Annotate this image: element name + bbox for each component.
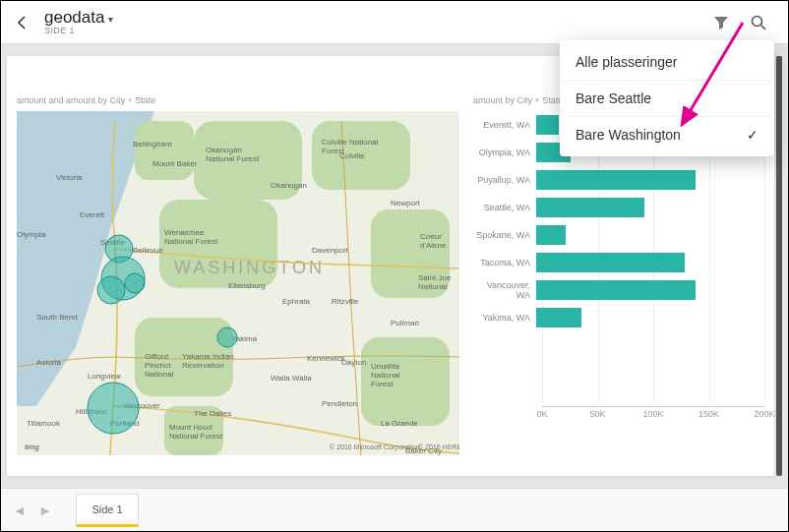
- search-icon: [750, 14, 767, 31]
- bar[interactable]: [536, 280, 696, 300]
- dropdown-item-label: Bare Washington: [576, 127, 681, 143]
- svg-text:Umatilla: Umatilla: [371, 362, 399, 371]
- svg-text:Tillamook: Tillamook: [27, 419, 61, 428]
- map-svg: WASHINGTON Bellingham Victoria Mount Bak…: [17, 111, 459, 455]
- map-visual[interactable]: WASHINGTON Bellingham Victoria Mount Bak…: [17, 111, 459, 455]
- svg-text:Okanogan: Okanogan: [206, 146, 242, 154]
- svg-point-65: [217, 327, 237, 347]
- bar[interactable]: [536, 308, 581, 327]
- svg-text:Bellevue: Bellevue: [133, 246, 163, 255]
- x-axis: 0K50K100K150K200K: [542, 406, 764, 424]
- page-navigation-bar: ◄ ► Side 1: [1, 488, 788, 531]
- svg-text:South Bend: South Bend: [36, 313, 78, 322]
- bar-row: Seattle, WA: [473, 194, 764, 221]
- svg-text:d'Alene: d'Alene: [420, 241, 447, 250]
- svg-text:Mount Baker: Mount Baker: [152, 159, 198, 168]
- bar[interactable]: [536, 253, 685, 272]
- svg-text:Pinchot: Pinchot: [145, 361, 171, 370]
- back-button[interactable]: [7, 7, 38, 38]
- svg-text:Forest: Forest: [322, 147, 344, 155]
- dropdown-item-seattle[interactable]: Bare Seattle: [560, 81, 774, 117]
- bar[interactable]: [536, 170, 696, 190]
- x-axis-tick: 200K: [754, 409, 774, 419]
- bar-chart-title: amount by City + State: [473, 95, 563, 105]
- bar-label: Everett, WA: [473, 120, 536, 130]
- svg-text:Victoria: Victoria: [56, 173, 83, 182]
- svg-text:Ritzville: Ritzville: [332, 297, 359, 306]
- bar-row: Vancouver, WA: [473, 276, 764, 304]
- dropdown-item-all[interactable]: Alle plasseringer: [560, 44, 774, 81]
- svg-text:Pendleton: Pendleton: [322, 399, 357, 408]
- svg-text:Gifford: Gifford: [145, 352, 168, 361]
- svg-text:Yakama Indian: Yakama Indian: [182, 352, 234, 361]
- svg-text:National: National: [418, 282, 448, 291]
- next-page-button[interactable]: ►: [32, 498, 58, 523]
- prev-page-button[interactable]: ◄: [7, 498, 32, 523]
- svg-text:Everett: Everett: [80, 210, 105, 219]
- svg-text:The Dalles: The Dalles: [194, 409, 231, 418]
- bar[interactable]: [536, 225, 566, 245]
- svg-text:Ephrata: Ephrata: [282, 297, 311, 306]
- svg-text:© 2016 HERE: © 2016 HERE: [418, 443, 459, 450]
- bar-chart-visual[interactable]: Everett, WAOlympia, WAPuyallup, WASeattl…: [473, 111, 764, 424]
- svg-point-64: [125, 273, 145, 293]
- bar[interactable]: [536, 198, 644, 217]
- x-axis-tick: 0K: [536, 409, 547, 419]
- svg-point-63: [97, 276, 125, 304]
- svg-text:National Forest: National Forest: [169, 432, 223, 441]
- dropdown-item-label: Alle plasseringer: [576, 54, 678, 70]
- svg-text:National: National: [371, 371, 400, 380]
- map-chart-title: amount and amount by City + State: [17, 95, 155, 105]
- svg-text:Dayton: Dayton: [341, 358, 366, 367]
- svg-text:Wenatchee: Wenatchee: [164, 228, 205, 237]
- search-button[interactable]: [743, 7, 774, 38]
- svg-text:Okanogan: Okanogan: [271, 181, 307, 190]
- bar-label: Yakima, WA: [473, 313, 536, 323]
- svg-text:Colville National: Colville National: [322, 138, 379, 147]
- svg-text:Walla Walla: Walla Walla: [271, 374, 312, 383]
- top-bar-actions: [705, 7, 782, 38]
- x-axis-tick: 50K: [589, 409, 605, 419]
- bar-row: Tacoma, WA: [473, 249, 764, 276]
- x-axis-tick: 100K: [642, 409, 663, 419]
- svg-line-1: [761, 25, 766, 30]
- svg-text:bing: bing: [25, 443, 39, 451]
- bar-label: Seattle, WA: [473, 203, 536, 212]
- svg-point-0: [753, 16, 762, 26]
- svg-text:Davenport: Davenport: [312, 246, 349, 255]
- filter-button[interactable]: [705, 7, 737, 38]
- bar[interactable]: [536, 115, 559, 135]
- filter-dropdown: Alle plasseringer Bare Seattle Bare Wash…: [560, 40, 774, 156]
- bar-label: Olympia, WA: [473, 148, 536, 157]
- svg-text:Mount Hood: Mount Hood: [169, 423, 212, 432]
- svg-text:La Grande: La Grande: [381, 419, 418, 428]
- svg-text:Pullman: Pullman: [391, 319, 419, 327]
- chevron-down-icon: ▾: [108, 15, 113, 26]
- svg-text:Olympia: Olympia: [17, 230, 46, 239]
- dropdown-item-washington[interactable]: Bare Washington ✓: [560, 117, 774, 152]
- page-tab-side1[interactable]: Side 1: [76, 494, 139, 527]
- svg-text:National Forest: National Forest: [206, 154, 260, 163]
- bar-row: Yakima, WA: [473, 304, 764, 331]
- dropdown-item-label: Bare Seattle: [576, 90, 651, 106]
- svg-text:Forest: Forest: [371, 380, 394, 388]
- svg-text:Longview: Longview: [88, 372, 121, 381]
- svg-text:Newport: Newport: [391, 199, 421, 207]
- bar-label: Vancouver, WA: [473, 280, 536, 300]
- bar-row: Puyallup, WA: [473, 166, 764, 194]
- bar-label: Spokane, WA: [473, 230, 536, 240]
- top-bar: geodata ▾ SIDE 1: [1, 1, 788, 44]
- check-icon: ✓: [747, 127, 759, 143]
- svg-text:Bellingham: Bellingham: [133, 140, 172, 148]
- svg-text:National: National: [145, 370, 174, 379]
- svg-rect-7: [135, 121, 194, 180]
- title-block[interactable]: geodata ▾ SIDE 1: [44, 9, 113, 35]
- svg-text:© 2016 Microsoft Corporation: © 2016 Microsoft Corporation: [330, 443, 420, 451]
- svg-point-66: [88, 383, 139, 434]
- vertical-scrollbar[interactable]: [776, 56, 782, 476]
- svg-text:Saint Joe: Saint Joe: [418, 273, 452, 282]
- bar-row: Spokane, WA: [473, 221, 764, 249]
- svg-text:Ellensburg: Ellensburg: [228, 281, 266, 290]
- svg-text:Coeur: Coeur: [420, 232, 442, 241]
- bar-label: Puyallup, WA: [473, 175, 536, 185]
